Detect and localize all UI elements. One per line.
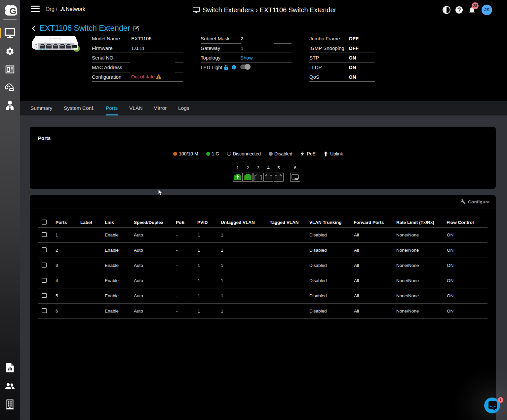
svg-text:EnGeniusCloud: EnGeniusCloud bbox=[49, 38, 61, 40]
svg-text:Power: Power bbox=[35, 45, 37, 47]
svg-text:G: G bbox=[9, 6, 16, 16]
